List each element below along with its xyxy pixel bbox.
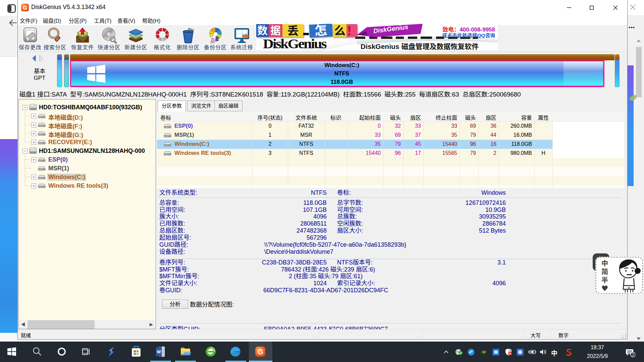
svg-text:G: G <box>23 5 27 11</box>
svg-text:2: 2 <box>632 353 634 357</box>
svg-text:W: W <box>157 349 161 354</box>
svg-text:G: G <box>258 348 263 356</box>
